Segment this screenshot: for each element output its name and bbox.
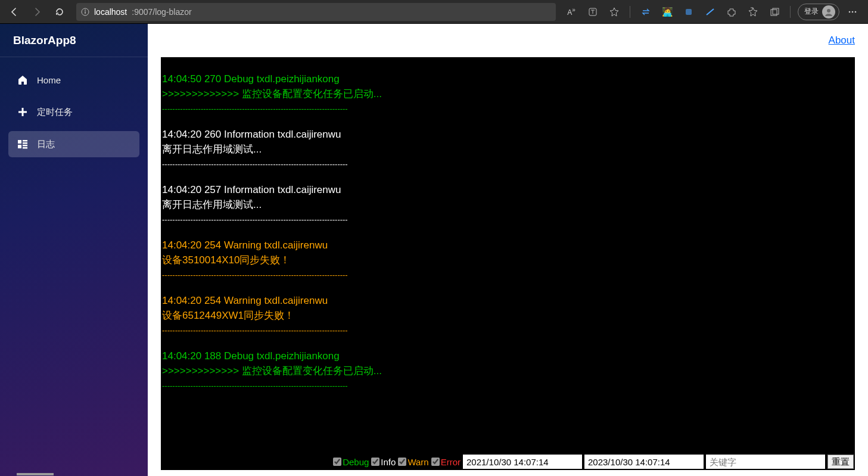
filter-bar: DebugInfoWarnError 重置 bbox=[161, 453, 855, 470]
checkbox[interactable] bbox=[431, 458, 440, 466]
address-bar[interactable]: localhost:9007/log-blazor bbox=[76, 3, 556, 21]
keyword-input[interactable] bbox=[706, 455, 825, 469]
sidebar-item-label: 定时任务 bbox=[37, 107, 73, 118]
top-bar: About bbox=[148, 24, 868, 57]
svg-point-9 bbox=[852, 11, 854, 13]
checkbox[interactable] bbox=[371, 458, 379, 466]
page-scrollbar[interactable] bbox=[0, 472, 148, 476]
info-icon bbox=[81, 8, 89, 16]
filter-check-debug[interactable]: Debug bbox=[333, 457, 369, 467]
reset-button[interactable]: 重置 bbox=[827, 455, 854, 469]
about-link[interactable]: About bbox=[829, 35, 855, 46]
url-host: localhost bbox=[94, 7, 127, 17]
forward-button[interactable] bbox=[27, 2, 46, 21]
end-time-input[interactable] bbox=[584, 455, 704, 469]
svg-point-10 bbox=[855, 11, 857, 13]
log-body: 设备3510014X10同步失败！ bbox=[162, 253, 855, 267]
log-body: 离开日志作用域测试... bbox=[162, 197, 855, 212]
log-entry: 14:04:20 260 Information txdl.caijirenwu… bbox=[162, 120, 855, 175]
star-icon[interactable] bbox=[606, 4, 623, 20]
ext1-icon[interactable]: 🧑‍💻 bbox=[659, 4, 676, 20]
filter-check-error[interactable]: Error bbox=[431, 457, 461, 467]
svg-rect-4 bbox=[686, 9, 692, 15]
brand-title: BlazorApp8 bbox=[0, 24, 148, 57]
log-separator: ----------------------------------------… bbox=[162, 378, 855, 393]
log-header: 14:04:20 188 Debug txdl.peizhijiankong bbox=[162, 349, 855, 363]
sidebar: BlazorApp8 Home定时任务日志 bbox=[0, 24, 148, 476]
log-header: 14:04:20 260 Information txdl.caijirenwu bbox=[162, 127, 855, 142]
extensions-icon[interactable] bbox=[723, 4, 740, 20]
ext3-icon[interactable] bbox=[702, 4, 718, 20]
more-icon[interactable] bbox=[844, 4, 861, 20]
read-aloud-icon[interactable]: A» bbox=[563, 4, 580, 20]
log-separator: ----------------------------------------… bbox=[162, 157, 855, 172]
log-header: 14:04:20 254 Warning txdl.caijirenwu bbox=[162, 238, 855, 253]
log-header: 14:04:20 257 Information txdl.caijirenwu bbox=[162, 182, 855, 197]
log-entry: 14:04:20 254 Warning txdl.caijirenwu设备65… bbox=[162, 286, 855, 341]
svg-point-7 bbox=[827, 9, 830, 13]
svg-rect-18 bbox=[23, 147, 27, 149]
svg-rect-13 bbox=[18, 140, 21, 144]
filter-check-label: Error bbox=[441, 457, 461, 467]
login-label: 登录 bbox=[804, 7, 819, 17]
log-body: 离开日志作用域测试... bbox=[162, 142, 855, 157]
filter-check-label: Info bbox=[381, 457, 396, 467]
url-path: :9007/log-blazor bbox=[132, 7, 191, 17]
log-scroll[interactable]: 14:04:50 270 Debug txdl.peizhijiankong>>… bbox=[161, 57, 855, 470]
ext2-icon[interactable] bbox=[680, 4, 697, 20]
sidebar-item-1[interactable]: 定时任务 bbox=[8, 99, 139, 125]
favorites-icon[interactable] bbox=[745, 4, 761, 20]
filter-check-warn[interactable]: Warn bbox=[398, 457, 428, 467]
back-button[interactable] bbox=[5, 2, 24, 21]
sidebar-item-2[interactable]: 日志 bbox=[8, 131, 139, 157]
grid-icon bbox=[17, 138, 29, 150]
sidebar-item-label: Home bbox=[37, 75, 61, 85]
toolbar-right: A» 🧑‍💻 登录 bbox=[563, 4, 863, 20]
refresh-button[interactable] bbox=[50, 2, 69, 21]
log-entry: 14:04:20 254 Warning txdl.caijirenwu设备35… bbox=[162, 231, 855, 286]
log-header: 14:04:20 254 Warning txdl.caijirenwu bbox=[162, 293, 855, 308]
browser-toolbar: localhost:9007/log-blazor A» 🧑‍💻 登录 bbox=[0, 0, 868, 24]
filter-check-info[interactable]: Info bbox=[371, 457, 396, 467]
translate-icon[interactable] bbox=[584, 4, 601, 20]
svg-rect-2 bbox=[85, 11, 85, 14]
log-entry: 14:04:20 188 Debug txdl.peizhijiankong>>… bbox=[162, 341, 855, 397]
collections-icon[interactable] bbox=[766, 4, 783, 20]
svg-point-8 bbox=[849, 11, 851, 13]
sidebar-item-0[interactable]: Home bbox=[8, 67, 139, 93]
avatar-icon bbox=[822, 5, 835, 18]
log-entry: 14:04:50 270 Debug txdl.peizhijiankong>>… bbox=[162, 64, 855, 120]
log-separator: ----------------------------------------… bbox=[162, 323, 855, 338]
log-body: 设备6512449XW1同步失败！ bbox=[162, 308, 855, 323]
checkbox[interactable] bbox=[398, 458, 406, 466]
svg-rect-16 bbox=[18, 145, 21, 148]
login-button[interactable]: 登录 bbox=[798, 4, 839, 20]
sidebar-item-label: 日志 bbox=[37, 139, 55, 150]
plus-icon bbox=[17, 106, 29, 118]
sync-icon[interactable] bbox=[637, 4, 654, 20]
start-time-input[interactable] bbox=[463, 455, 582, 469]
home-icon bbox=[17, 74, 29, 86]
log-separator: ----------------------------------------… bbox=[162, 212, 855, 227]
log-panel: 14:04:50 270 Debug txdl.peizhijiankong>>… bbox=[161, 57, 855, 470]
log-separator: ----------------------------------------… bbox=[162, 101, 855, 116]
checkbox[interactable] bbox=[333, 458, 341, 466]
log-body: >>>>>>>>>>>>> 监控设备配置变化任务已启动... bbox=[162, 86, 855, 101]
log-entry: 14:04:20 257 Information txdl.caijirenwu… bbox=[162, 175, 855, 231]
svg-rect-12 bbox=[18, 111, 27, 113]
log-separator: ----------------------------------------… bbox=[162, 267, 855, 282]
svg-rect-15 bbox=[23, 142, 27, 144]
filter-check-label: Debug bbox=[343, 457, 369, 467]
filter-check-label: Warn bbox=[407, 457, 428, 467]
log-header: 14:04:50 270 Debug txdl.peizhijiankong bbox=[162, 71, 855, 86]
svg-rect-17 bbox=[23, 145, 27, 147]
svg-point-1 bbox=[85, 10, 86, 11]
svg-rect-14 bbox=[23, 140, 27, 142]
log-body: >>>>>>>>>>>>> 监控设备配置变化任务已启动... bbox=[162, 363, 855, 378]
